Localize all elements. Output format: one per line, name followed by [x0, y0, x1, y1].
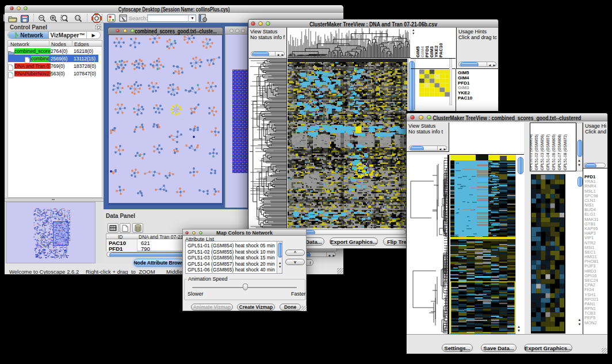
svg-text:1:1: 1:1 — [76, 17, 80, 20]
